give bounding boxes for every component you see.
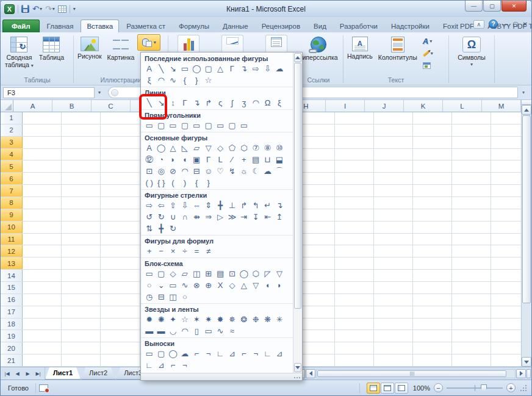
cell-K11[interactable] xyxy=(413,234,452,245)
shape-item[interactable]: ⇩ xyxy=(179,200,190,211)
shape-item[interactable]: ✺ xyxy=(155,314,167,325)
column-header-L[interactable]: L xyxy=(443,100,482,112)
shape-item[interactable]: ▱ xyxy=(191,142,203,154)
shape-item[interactable]: { } xyxy=(155,177,167,189)
cell-J18[interactable] xyxy=(374,319,413,330)
shape-item[interactable]: △ xyxy=(214,63,226,74)
cell-M10[interactable] xyxy=(491,221,521,233)
cell-A11[interactable] xyxy=(23,234,62,245)
shape-item[interactable]: ▢ xyxy=(179,120,190,131)
shape-item[interactable]: A xyxy=(143,63,155,74)
cell-K8[interactable] xyxy=(413,197,452,209)
cell-A20[interactable] xyxy=(23,342,62,354)
cell-J7[interactable] xyxy=(374,185,413,196)
cell-K6[interactable] xyxy=(413,173,452,184)
cell-K10[interactable] xyxy=(413,221,452,233)
shape-item[interactable]: ⬠ xyxy=(226,142,238,154)
cell-M15[interactable] xyxy=(491,282,521,293)
shape-item[interactable]: ⌐ xyxy=(167,359,179,371)
row-header-10[interactable]: 10 xyxy=(1,221,23,233)
shape-item[interactable]: ¬ xyxy=(203,348,214,359)
shape-item[interactable]: ◫ xyxy=(167,291,179,303)
cell-K9[interactable] xyxy=(413,209,452,221)
shape-item[interactable]: ⇕ xyxy=(203,200,214,211)
cell-A19[interactable] xyxy=(23,330,62,342)
menu-scroll-up-button[interactable] xyxy=(294,53,301,62)
shape-item[interactable]: ◠ xyxy=(250,97,262,109)
cell-A2[interactable] xyxy=(23,124,62,136)
cell-C19[interactable] xyxy=(101,330,140,342)
cell-K14[interactable] xyxy=(413,270,452,281)
shape-item[interactable]: ▷ xyxy=(214,211,226,223)
shape-item[interactable]: + xyxy=(143,245,155,257)
shape-item[interactable]: ◯ xyxy=(191,63,203,74)
cell-C16[interactable] xyxy=(101,294,140,306)
shape-item[interactable]: ⑩ xyxy=(273,142,285,154)
expand-formula-bar-icon[interactable]: ▾ xyxy=(518,87,529,98)
cell-B9[interactable] xyxy=(62,209,101,221)
normal-view-button[interactable] xyxy=(367,383,380,394)
shape-item[interactable]: ▣ xyxy=(191,154,203,165)
cell-L20[interactable] xyxy=(452,342,491,354)
tab-Разметка ст[interactable]: Разметка ст xyxy=(120,20,171,32)
close-button[interactable]: ✕ xyxy=(501,1,527,12)
cell-M17[interactable] xyxy=(491,306,521,318)
shape-item[interactable]: ↴ xyxy=(238,63,250,74)
cell-B16[interactable] xyxy=(62,294,101,306)
tab-Рецензиров[interactable]: Рецензиров xyxy=(256,20,306,32)
cell-B12[interactable] xyxy=(62,245,101,257)
shape-item[interactable]: ⊟ xyxy=(155,291,167,303)
cell-J9[interactable] xyxy=(374,209,413,221)
cell-J13[interactable] xyxy=(374,257,413,269)
sheet-nav-1[interactable]: ◀ xyxy=(13,369,22,378)
shape-item[interactable]: A xyxy=(143,142,155,154)
cell-M21[interactable] xyxy=(491,355,521,366)
cell-I1[interactable] xyxy=(335,112,374,124)
cell-A1[interactable] xyxy=(23,112,62,124)
cell-M20[interactable] xyxy=(491,342,521,354)
cell-K20[interactable] xyxy=(413,342,452,354)
shape-item[interactable]: ▭ xyxy=(238,120,250,131)
shape-item[interactable]: ◎ xyxy=(155,165,167,177)
shape-item[interactable]: ○ xyxy=(179,291,190,303)
tab-Вставка[interactable]: Вставка xyxy=(81,20,119,32)
row-header-3[interactable]: 3 xyxy=(1,137,23,148)
cell-K2[interactable] xyxy=(413,124,452,136)
row-header-12[interactable]: 12 xyxy=(1,245,23,257)
vertical-split-handle[interactable] xyxy=(522,100,531,105)
row-header-18[interactable]: 18 xyxy=(1,319,23,330)
cell-M5[interactable] xyxy=(491,160,521,172)
cell-L4[interactable] xyxy=(452,149,491,160)
cell-M12[interactable] xyxy=(491,245,521,257)
cell-I7[interactable] xyxy=(335,185,374,196)
cell-A14[interactable] xyxy=(23,270,62,281)
shape-item[interactable]: ◇ xyxy=(167,268,179,279)
symbols-button[interactable]: Ω Символы ▾ xyxy=(455,34,487,74)
vertical-scroll-thumb[interactable] xyxy=(522,115,531,303)
workbook-minimize-icon[interactable]: — xyxy=(502,21,508,27)
cell-C13[interactable] xyxy=(101,257,140,269)
shape-item[interactable]: ξ xyxy=(273,97,285,109)
cell-M9[interactable] xyxy=(491,209,521,221)
shape-item[interactable]: ❉ xyxy=(250,314,262,325)
cell-K19[interactable] xyxy=(413,330,452,342)
scroll-down-button[interactable] xyxy=(522,357,531,367)
page-layout-view-button[interactable] xyxy=(381,383,394,394)
row-header-13[interactable]: 13 xyxy=(1,257,23,269)
shape-item[interactable]: ▽ xyxy=(203,142,214,154)
sheet-tab-Лист2[interactable]: Лист2 xyxy=(81,367,115,380)
cell-A12[interactable] xyxy=(23,245,62,257)
shape-item[interactable]: ✦ xyxy=(167,314,179,325)
shape-item[interactable]: ⇅ xyxy=(143,223,155,234)
name-box-dropdown-icon[interactable]: ▾ xyxy=(95,87,104,98)
cell-I12[interactable] xyxy=(335,245,374,257)
shape-item[interactable]: △ xyxy=(238,279,250,291)
cell-A16[interactable] xyxy=(23,294,62,306)
shape-item[interactable]: Γ xyxy=(203,154,214,165)
shape-item[interactable]: ◯ xyxy=(155,142,167,154)
cell-K3[interactable] xyxy=(413,137,452,148)
object-button[interactable] xyxy=(420,60,436,71)
shape-item[interactable]: ♡ xyxy=(214,165,226,177)
cell-C4[interactable] xyxy=(101,149,140,160)
shape-item[interactable]: ☁ xyxy=(179,348,190,359)
